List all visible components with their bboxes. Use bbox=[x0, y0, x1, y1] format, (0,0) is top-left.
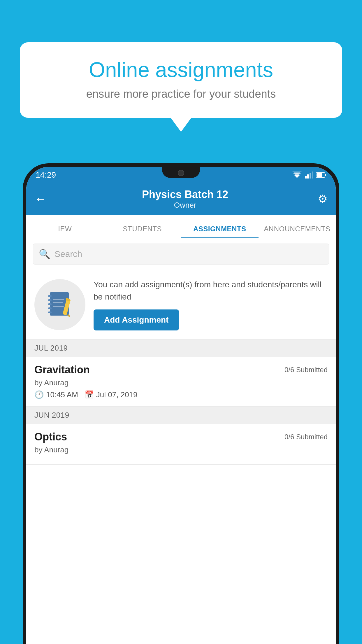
meta-date-gravitation: 📅 Jul 07, 2019 bbox=[85, 390, 138, 399]
svg-rect-12 bbox=[48, 299, 52, 301]
app-bar-subtitle: Owner bbox=[52, 201, 318, 210]
assignment-row-top: Gravitation 0/6 Submitted bbox=[34, 364, 328, 376]
tab-students[interactable]: STUDENTS bbox=[104, 225, 181, 238]
assignment-item-optics[interactable]: Optics 0/6 Submitted by Anurag bbox=[26, 424, 336, 465]
search-bar: 🔍 Search bbox=[26, 238, 336, 270]
svg-rect-14 bbox=[48, 307, 52, 309]
assignment-author-gravitation: by Anurag bbox=[34, 378, 328, 387]
svg-rect-15 bbox=[48, 312, 52, 313]
svg-rect-8 bbox=[325, 174, 326, 176]
screen: 14:29 bbox=[26, 167, 336, 644]
settings-icon[interactable]: ⚙ bbox=[318, 192, 328, 205]
bubble-subtitle: ensure more practice for your students bbox=[39, 88, 323, 100]
promo-area: You can add assignment(s) from here and … bbox=[26, 270, 336, 340]
svg-rect-13 bbox=[48, 303, 52, 305]
phone-notch bbox=[162, 167, 200, 178]
screen-content: 🔍 Search bbox=[26, 238, 336, 644]
status-icons bbox=[292, 172, 326, 178]
assignment-submitted-gravitation: 0/6 Submitted bbox=[284, 366, 328, 374]
signal-icon bbox=[305, 172, 313, 178]
app-bar-title-container: Physics Batch 12 Owner bbox=[52, 188, 318, 210]
notebook-icon bbox=[47, 290, 73, 319]
promo-icon-circle bbox=[34, 279, 85, 330]
assignment-time-gravitation: 10:45 AM bbox=[46, 390, 78, 399]
assignment-date-gravitation: Jul 07, 2019 bbox=[96, 390, 138, 399]
phone-frame: 14:29 bbox=[23, 163, 339, 644]
search-icon: 🔍 bbox=[39, 249, 50, 260]
promo-text-area: You can add assignment(s) from here and … bbox=[94, 279, 328, 330]
assignment-row-top-optics: Optics 0/6 Submitted bbox=[34, 431, 328, 443]
app-bar-title: Physics Batch 12 bbox=[52, 188, 318, 201]
assignment-meta-gravitation: 🕐 10:45 AM 📅 Jul 07, 2019 bbox=[34, 390, 328, 399]
clock-icon: 🕐 bbox=[34, 390, 44, 399]
assignment-title-optics: Optics bbox=[34, 431, 67, 443]
section-header-jul2019: JUL 2019 bbox=[26, 340, 336, 357]
svg-rect-11 bbox=[48, 295, 52, 297]
section-header-text-jul2019: JUL 2019 bbox=[34, 344, 68, 352]
search-placeholder: Search bbox=[55, 249, 82, 259]
status-time: 14:29 bbox=[36, 170, 56, 180]
svg-rect-16 bbox=[53, 299, 64, 300]
tab-iew[interactable]: IEW bbox=[26, 225, 104, 238]
bubble-title: Online assignments bbox=[39, 58, 323, 81]
tabs-bar: IEW STUDENTS ASSIGNMENTS ANNOUNCEMENTS bbox=[26, 215, 336, 238]
battery-icon bbox=[316, 172, 326, 178]
section-header-text-jun2019: JUN 2019 bbox=[34, 411, 69, 419]
svg-rect-6 bbox=[312, 172, 313, 178]
svg-marker-2 bbox=[292, 172, 302, 174]
svg-rect-18 bbox=[53, 306, 64, 307]
wifi-icon bbox=[292, 172, 302, 178]
tab-assignments[interactable]: ASSIGNMENTS bbox=[181, 225, 259, 238]
tab-announcements[interactable]: ANNOUNCEMENTS bbox=[259, 225, 336, 238]
phone-camera bbox=[178, 170, 184, 176]
svg-rect-17 bbox=[53, 302, 63, 303]
calendar-icon: 📅 bbox=[85, 390, 94, 399]
search-input-wrap[interactable]: 🔍 Search bbox=[33, 244, 329, 265]
back-button[interactable]: ← bbox=[34, 192, 47, 206]
add-assignment-button[interactable]: Add Assignment bbox=[94, 309, 179, 330]
assignment-author-optics: by Anurag bbox=[34, 445, 328, 454]
svg-rect-5 bbox=[310, 173, 311, 178]
speech-bubble-container: Online assignments ensure more practice … bbox=[20, 42, 342, 118]
svg-rect-9 bbox=[317, 173, 322, 177]
svg-rect-3 bbox=[305, 176, 307, 178]
assignment-submitted-optics: 0/6 Submitted bbox=[284, 433, 328, 441]
svg-rect-4 bbox=[307, 174, 309, 178]
phone-inner: 14:29 bbox=[26, 167, 336, 644]
meta-time-gravitation: 🕐 10:45 AM bbox=[34, 390, 78, 399]
assignment-item-gravitation[interactable]: Gravitation 0/6 Submitted by Anurag 🕐 10… bbox=[26, 357, 336, 407]
section-header-jun2019: JUN 2019 bbox=[26, 407, 336, 424]
app-bar: ← Physics Batch 12 Owner ⚙ bbox=[26, 183, 336, 215]
speech-bubble: Online assignments ensure more practice … bbox=[20, 42, 342, 118]
promo-description: You can add assignment(s) from here and … bbox=[94, 279, 328, 303]
assignment-title-gravitation: Gravitation bbox=[34, 364, 90, 376]
